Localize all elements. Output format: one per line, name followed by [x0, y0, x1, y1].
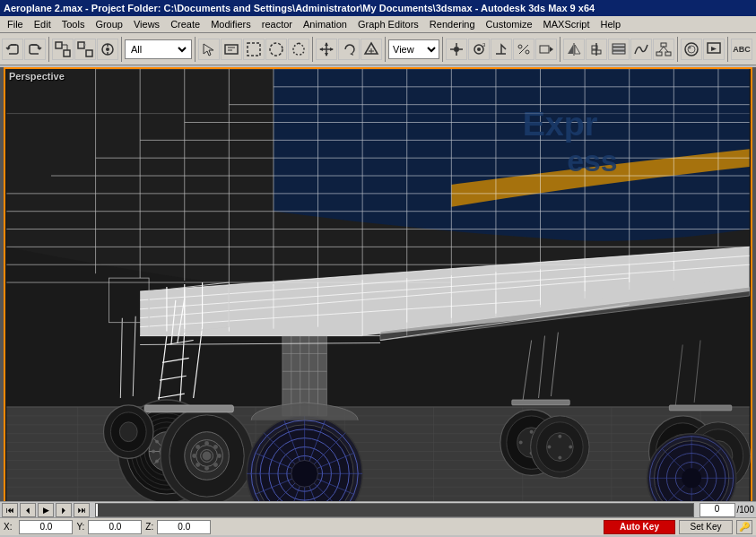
- menu-customize[interactable]: Customize: [481, 18, 538, 30]
- separator-8: [677, 37, 678, 62]
- svg-point-26: [454, 47, 459, 52]
- status-bar: X: 0.0 Y: 0.0 Z: 0.0 Auto Key Set Key 🔑: [0, 517, 756, 535]
- svg-point-32: [477, 48, 481, 51]
- material-editor-button[interactable]: [681, 39, 702, 60]
- separator-4: [312, 37, 313, 62]
- schematic-view-button[interactable]: [653, 39, 674, 60]
- timeline-slider[interactable]: [95, 503, 694, 517]
- svg-rect-37: [540, 46, 549, 53]
- play-button[interactable]: ▶: [38, 503, 54, 517]
- menu-create[interactable]: Create: [165, 18, 205, 30]
- svg-rect-220: [669, 405, 731, 411]
- pivot-button[interactable]: [446, 39, 467, 60]
- svg-point-153: [155, 440, 159, 444]
- material-group: [681, 39, 725, 60]
- menu-rendering[interactable]: Rendering: [424, 18, 481, 30]
- edit-named-group: [563, 39, 674, 60]
- menu-graph-editors[interactable]: Graph Editors: [352, 18, 424, 30]
- undo-button[interactable]: [2, 39, 23, 60]
- x-coord: 0.0: [19, 520, 73, 534]
- goto-end-button[interactable]: ⏭: [74, 503, 90, 517]
- svg-point-213: [569, 446, 572, 449]
- perspective-viewport[interactable]: Perspective: [4, 67, 752, 511]
- text-tool-button[interactable]: ABC: [731, 39, 752, 60]
- layer-manager-button[interactable]: [608, 39, 630, 60]
- svg-marker-19: [325, 53, 328, 56]
- auto-key-button[interactable]: Auto Key: [604, 520, 675, 534]
- svg-point-15: [270, 43, 282, 56]
- key-filters-button[interactable]: 🔑: [736, 520, 752, 534]
- rotate-button[interactable]: [338, 39, 360, 60]
- svg-marker-39: [568, 45, 573, 54]
- menu-help[interactable]: Help: [595, 18, 627, 30]
- menu-edit[interactable]: Edit: [29, 18, 56, 30]
- svg-point-53: [685, 43, 698, 56]
- next-frame-button[interactable]: ⏵: [56, 503, 72, 517]
- separator-7: [560, 37, 560, 62]
- separator-3: [195, 37, 196, 62]
- svg-rect-5: [86, 50, 92, 56]
- svg-rect-0: [56, 42, 62, 48]
- align-button[interactable]: [586, 39, 607, 60]
- svg-point-211: [558, 455, 561, 459]
- unlink-button[interactable]: [74, 39, 96, 60]
- menu-modifiers[interactable]: Modifiers: [205, 18, 256, 30]
- title-bar: Aeroplane 2.max - Project Folder: C:\Doc…: [0, 0, 756, 16]
- svg-point-169: [213, 463, 218, 467]
- menu-animation[interactable]: Animation: [298, 18, 352, 30]
- select-by-name-button[interactable]: [221, 39, 242, 60]
- select-tools-group: [198, 39, 309, 60]
- mirror-button[interactable]: [563, 39, 585, 60]
- svg-rect-48: [661, 43, 666, 47]
- render-button[interactable]: [703, 39, 725, 60]
- move-button[interactable]: [316, 39, 337, 60]
- y-label: Y:: [76, 522, 84, 532]
- z-coord: 0.0: [157, 520, 211, 534]
- reference-coord-dropdown[interactable]: View World Local Screen: [388, 39, 439, 59]
- spinner-snap-button[interactable]: [535, 39, 557, 60]
- svg-rect-46: [613, 48, 625, 50]
- snap-toggle-button[interactable]: 3: [468, 39, 490, 60]
- animation-controls: ⏮ ⏴ ▶ ⏵ ⏭ 0 /100: [0, 501, 756, 517]
- separator-1: [48, 37, 49, 62]
- svg-point-239: [119, 422, 137, 442]
- menu-tools[interactable]: Tools: [56, 18, 91, 30]
- angle-snap-button[interactable]: [491, 39, 512, 60]
- svg-point-167: [217, 454, 222, 458]
- goto-start-button[interactable]: ⏮: [2, 503, 18, 517]
- svg-point-210: [558, 435, 561, 438]
- svg-text:ess: ess: [567, 143, 617, 178]
- frame-number[interactable]: 0: [700, 503, 735, 517]
- lasso-select-button[interactable]: [288, 39, 309, 60]
- svg-point-166: [192, 454, 196, 458]
- redo-button[interactable]: [24, 39, 46, 60]
- svg-rect-11: [225, 45, 238, 54]
- menu-file[interactable]: File: [2, 18, 29, 30]
- z-label: Z:: [145, 522, 153, 532]
- svg-rect-1: [64, 50, 70, 56]
- percent-snap-button[interactable]: [513, 39, 534, 60]
- main-toolbar: All Geometry Shapes Lights Cameras: [0, 33, 756, 65]
- curve-editor-button[interactable]: [630, 39, 652, 60]
- svg-marker-18: [325, 42, 328, 46]
- svg-point-163: [203, 452, 212, 461]
- svg-rect-4: [78, 42, 84, 48]
- scale-button[interactable]: [361, 39, 382, 60]
- select-link-button[interactable]: [52, 39, 74, 60]
- set-key-button[interactable]: Set Key: [679, 520, 733, 534]
- bind-space-warp-button[interactable]: [97, 39, 118, 60]
- menu-views[interactable]: Views: [128, 18, 165, 30]
- frame-label: /100: [737, 505, 754, 515]
- filter-select[interactable]: All Geometry Shapes Lights Cameras: [127, 43, 189, 56]
- menu-maxscript[interactable]: MAXScript: [538, 18, 595, 30]
- menu-reactor[interactable]: reactor: [256, 18, 298, 30]
- select-object-button[interactable]: [198, 39, 220, 60]
- menu-group[interactable]: Group: [90, 18, 128, 30]
- rect-select-button[interactable]: [243, 39, 265, 60]
- svg-marker-57: [711, 47, 717, 51]
- separator-6: [442, 37, 443, 62]
- prev-frame-button[interactable]: ⏴: [20, 503, 36, 517]
- svg-point-168: [196, 445, 200, 449]
- selection-filter-dropdown[interactable]: All Geometry Shapes Lights Cameras: [125, 39, 192, 59]
- circle-select-button[interactable]: [265, 39, 287, 60]
